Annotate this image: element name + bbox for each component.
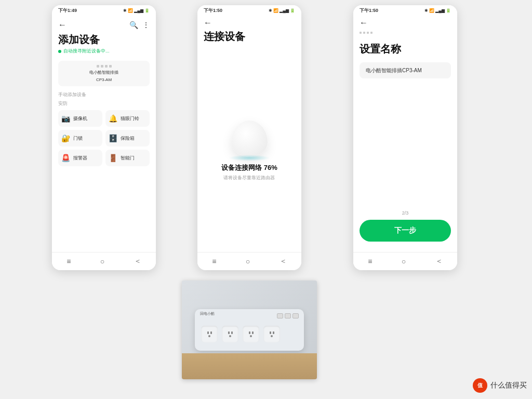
outlet-ground-2 — [229, 335, 231, 337]
phone-screen-2: 下午1:50 ✱ 📶 ▂▄▆ 🔋 ← 连接设备 设备连接网络 76% 请将设备尽… — [197, 5, 301, 270]
usb-button-3 — [292, 313, 299, 318]
nav-menu-1[interactable]: ≡ — [66, 257, 71, 265]
connect-status: 设备连接网络 76% 请将设备尽量靠近路由器 — [221, 163, 277, 181]
wifi-icon-2: ▂▄▆ — [280, 8, 289, 13]
device-mini-icon — [360, 28, 451, 34]
phone1-title-row: ← 🔍 ⋮ — [58, 18, 150, 33]
status-time-3: 下午1:50 — [360, 7, 378, 14]
camera-icon: 📷 — [61, 114, 70, 123]
nav-home-3[interactable]: ○ — [402, 257, 406, 265]
nav-menu-2[interactable]: ≡ — [212, 257, 216, 265]
status-time-1: 下午1:49 — [58, 7, 77, 14]
outlet-1 — [201, 326, 218, 342]
more-icon-1[interactable]: ⋮ — [142, 21, 150, 29]
auto-discover-dot — [58, 50, 61, 53]
doorbell-icon: 🔔 — [109, 114, 117, 123]
battery-icon-3: 🔋 — [446, 8, 451, 13]
nav-home-1[interactable]: ○ — [100, 257, 104, 265]
nav-menu-3[interactable]: ≡ — [368, 257, 372, 265]
safe-label: 保险箱 — [121, 135, 135, 142]
nav-back-1[interactable]: ＜ — [134, 257, 141, 266]
smart-door-label: 智能门 — [121, 155, 135, 162]
usb-button-1 — [277, 313, 283, 318]
phone-screen-3: 下午1:50 ✱ 📶 ▂▄▆ 🔋 ← 设置名称 2/3 下一步 ≡ ○ ＜ — [353, 5, 457, 270]
camera-label: 摄像机 — [73, 115, 87, 122]
alarm-label: 报警器 — [73, 155, 87, 162]
watermark: 值 什么值得买 — [473, 378, 527, 393]
step-indicator: 2/3 — [360, 210, 451, 216]
status-bar-2: 下午1:50 ✱ 📶 ▂▄▆ 🔋 — [197, 5, 301, 16]
outlet-4 — [263, 326, 280, 342]
nav-back-2[interactable]: ＜ — [280, 257, 287, 266]
phone1-header: ← 🔍 ⋮ 添加设备 自动搜寻附近设备中... — [52, 16, 156, 58]
brand-label: 回电小酷 — [200, 311, 215, 316]
signal-icon-3: 📶 — [429, 8, 434, 13]
nav-bar-3: ≡ ○ ＜ — [353, 252, 457, 270]
discovered-device-card[interactable]: 电小酷智能排插 CP3-AM — [58, 61, 150, 86]
outlet-ground-3 — [250, 335, 252, 337]
status-bar-3: 下午1:50 ✱ 📶 ▂▄▆ 🔋 — [353, 5, 457, 16]
page-title-2: 连接设备 — [204, 28, 295, 48]
device-dots — [97, 65, 112, 68]
alarm-icon: 🚨 — [61, 154, 70, 162]
connect-status-text: 设备连接网络 76% — [221, 163, 277, 172]
category-doorbell[interactable]: 🔔 猫眼门铃 — [105, 110, 150, 127]
watermark-icon: 值 — [473, 378, 487, 393]
device-name-label: 电小酷智能排插 — [89, 70, 118, 75]
category-alarm[interactable]: 🚨 报警器 — [58, 150, 102, 166]
outlet-slots-3 — [249, 331, 254, 334]
wood-surface — [182, 353, 317, 379]
wifi-icon-3: ▂▄▆ — [435, 8, 445, 13]
next-step-button[interactable]: 下一步 — [360, 220, 451, 242]
manual-section-title: 手动添加设备 — [58, 91, 150, 98]
device-name-input[interactable] — [360, 62, 451, 78]
device-icon — [97, 65, 112, 68]
outlet-2 — [222, 326, 238, 342]
back-button-3[interactable]: ← — [360, 17, 368, 28]
phone3-header: ← — [353, 16, 457, 36]
status-icons-3: ✱ 📶 ▂▄▆ 🔋 — [424, 8, 451, 13]
usb-button-2 — [285, 313, 291, 318]
nav-bar-2: ≡ ○ ＜ — [197, 252, 301, 270]
page-title-1: 添加设备 — [58, 33, 150, 47]
outlet-ground-4 — [271, 335, 273, 337]
category-safe[interactable]: 🗄️ 保险箱 — [105, 130, 150, 147]
nav-back-3[interactable]: ＜ — [435, 257, 443, 266]
phone2-header: ← 连接设备 — [197, 16, 301, 50]
category-smart-door[interactable]: 🚪 智能门 — [105, 150, 150, 166]
back-button-2[interactable]: ← — [204, 17, 212, 28]
lock-icon: 🔐 — [61, 134, 70, 142]
bluetooth-icon-3: ✱ — [424, 8, 428, 13]
signal-icon-2: 📶 — [273, 8, 278, 13]
brand-text: 回电小酷 — [200, 312, 215, 315]
phone3-body: 设置名称 2/3 下一步 — [353, 36, 457, 252]
manual-add-section: 手动添加设备 安防 📷 摄像机 🔔 猫眼门铃 🔐 门锁 🗄️ 保险箱 🚨 报警器 — [52, 89, 156, 168]
auto-discover-status: 自动搜寻附近设备中... — [58, 47, 150, 58]
lock-label: 门锁 — [73, 135, 83, 142]
search-icon-1[interactable]: 🔍 — [129, 21, 138, 29]
outlet-ground-1 — [208, 335, 210, 337]
status-bar-1: 下午1:49 ✱ 📶 ▂▄▆ 🔋 — [52, 5, 156, 16]
outlet-3 — [243, 326, 259, 342]
status-icons-1: ✱ 📶 ▂▄▆ 🔋 — [123, 8, 150, 13]
battery-icon-2: 🔋 — [290, 8, 295, 13]
watermark-text: 什么值得买 — [490, 381, 527, 390]
product-inner: 回电小酷 — [182, 281, 317, 379]
nav-home-2[interactable]: ○ — [246, 257, 250, 265]
status-time-2: 下午1:50 — [204, 7, 222, 14]
category-camera[interactable]: 📷 摄像机 — [58, 110, 102, 127]
doorbell-label: 猫眼门铃 — [121, 115, 139, 122]
back-button-1[interactable]: ← — [58, 19, 66, 31]
bluetooth-icon-2: ✱ — [269, 8, 272, 13]
device-sphere-icon — [231, 121, 268, 157]
connecting-area: 设备连接网络 76% 请将设备尽量靠近路由器 — [197, 50, 301, 252]
category-lock[interactable]: 🔐 门锁 — [58, 130, 102, 147]
manual-category: 安防 — [58, 100, 150, 107]
usb-buttons — [277, 313, 299, 318]
device-model-label: CP3-AM — [96, 77, 112, 82]
device-category-grid: 📷 摄像机 🔔 猫眼门铃 🔐 门锁 🗄️ 保险箱 🚨 报警器 🚪 智能门 — [58, 110, 150, 166]
header-actions-1: 🔍 ⋮ — [129, 21, 150, 29]
phone-screen-1: 下午1:49 ✱ 📶 ▂▄▆ 🔋 ← 🔍 ⋮ 添加设备 自动搜寻附近设备中... — [52, 5, 156, 270]
set-name-title: 设置名称 — [360, 42, 451, 56]
outlet-slots-2 — [228, 331, 233, 334]
